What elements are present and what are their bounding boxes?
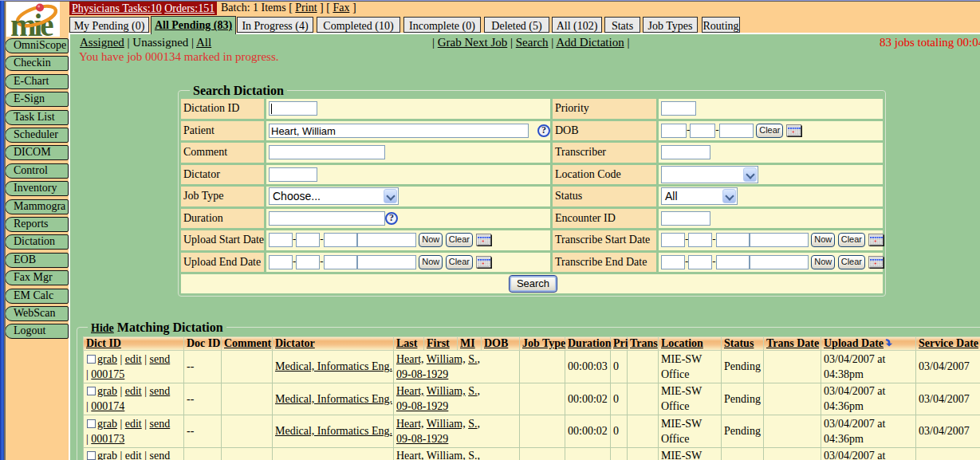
svg-text:mie: mie bbox=[10, 8, 53, 37]
